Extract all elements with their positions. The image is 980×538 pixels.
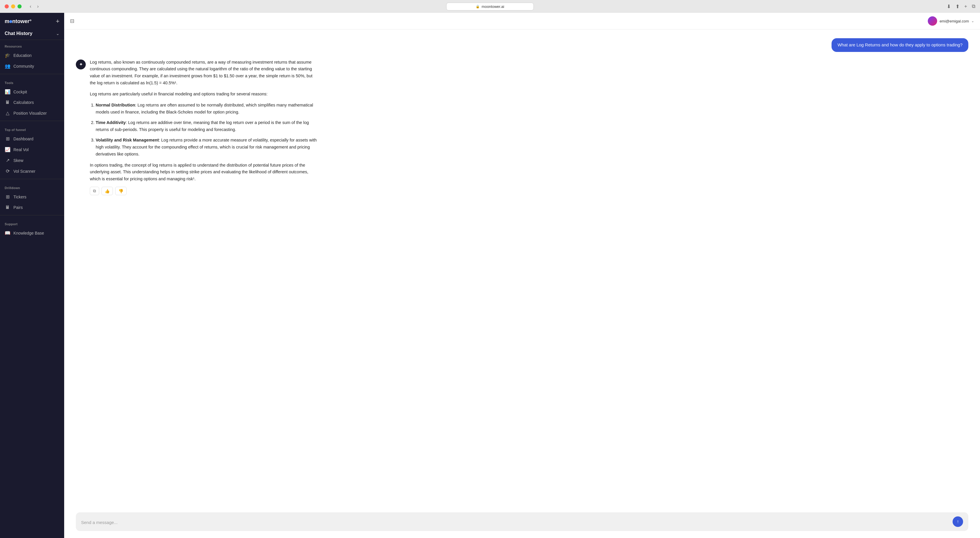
user-message-wrapper: What are Log Returns and how do they app… (76, 38, 968, 52)
thumbs-up-button[interactable]: 👍 (102, 187, 113, 195)
share-button[interactable]: ⬆ (956, 3, 959, 10)
sidebar-item-label: Real Vol (13, 147, 29, 152)
sidebar-item-cockpit[interactable]: 📊 Cockpit (0, 86, 64, 97)
divider-4 (0, 215, 64, 215)
calculators-icon: 🖩 (5, 100, 11, 105)
new-tab-button[interactable]: + (964, 3, 967, 10)
new-chat-button[interactable]: + (56, 18, 59, 25)
sidebar-item-skew[interactable]: ↗ Skew (0, 155, 64, 166)
ai-point-3-title: Volatility and Risk Management (95, 138, 159, 142)
chat-history-chevron[interactable]: ⌄ (56, 31, 59, 36)
back-button[interactable]: ‹ (29, 3, 32, 10)
divider-3 (0, 179, 64, 179)
sidebar-item-tickers[interactable]: ⊞ Tickers (0, 191, 64, 202)
cockpit-icon: 📊 (5, 89, 11, 94)
url-text: moontower.ai (482, 5, 504, 9)
ai-point-1-title: Normal Distribution (95, 103, 135, 107)
message-input[interactable] (81, 520, 949, 527)
address-bar[interactable]: 🔒 moontower.ai (446, 3, 534, 11)
user-email: emi@emigal.com (939, 19, 969, 23)
content-toolbar: ⊟ emi@emigal.com ⌄ (64, 13, 980, 29)
mac-titlebar: ‹ › 🔒 moontower.ai ⬇ ⬆ + ⧉ (0, 0, 980, 13)
input-area: ↑ (64, 508, 980, 538)
sidebar-item-calculators[interactable]: 🖩 Calculators (0, 97, 64, 108)
sidebar-item-community[interactable]: 👥 Community (0, 60, 64, 72)
ai-response-point-3: Volatility and Risk Management: Log retu… (95, 137, 317, 158)
nav-controls: ‹ › (29, 3, 40, 10)
education-icon: 🎓 (5, 53, 11, 58)
community-icon: 👥 (5, 63, 11, 69)
sidebar-item-label: Knowledge Base (13, 231, 44, 236)
sidebar-item-label: Cockpit (13, 89, 27, 94)
sidebar: mntower° + Chat History ⌄ Resources 🎓 Ed… (0, 13, 64, 538)
maximize-button[interactable] (18, 5, 22, 8)
sidebar-item-dashboard[interactable]: ⊞ Dashboard (0, 133, 64, 144)
section-label-support: Support (0, 218, 64, 228)
user-menu-chevron: ⌄ (971, 19, 974, 23)
section-label-tools: Tools (0, 76, 64, 86)
divider-1 (0, 74, 64, 74)
ai-response-intro: Log returns, also known as continuously … (90, 59, 317, 87)
chat-area: What are Log Returns and how do they app… (64, 29, 980, 508)
sidebar-item-education[interactable]: 🎓 Education (0, 50, 64, 60)
sidebar-toggle-button[interactable]: ⊟ (70, 18, 75, 24)
real-vol-icon: 📈 (5, 147, 11, 152)
section-label-drilldown: Drilldown (0, 181, 64, 191)
sidebar-item-label: Vol Scanner (13, 169, 36, 173)
send-button[interactable]: ↑ (953, 516, 963, 527)
sidebar-item-label: Education (13, 53, 32, 58)
sidebar-item-label: Calculators (13, 100, 34, 105)
tickers-icon: ⊞ (5, 194, 11, 199)
sidebar-item-label: Position Visualizer (13, 111, 47, 116)
skew-icon: ↗ (5, 158, 11, 163)
section-label-top-of-funnel: Top of funnel (0, 123, 64, 133)
ai-point-2-body: Log returns are additive over time, mean… (95, 120, 309, 132)
logo: mntower° (5, 18, 32, 24)
sidebar-item-label: Skew (13, 158, 23, 163)
position-visualizer-icon: △ (5, 110, 11, 116)
user-message: What are Log Returns and how do they app… (832, 38, 968, 52)
avatar (928, 16, 937, 25)
ai-avatar: ✦ (76, 59, 86, 70)
input-container: ↑ (76, 513, 968, 531)
forward-button[interactable]: › (36, 3, 40, 10)
sidebar-item-real-vol[interactable]: 📈 Real Vol (0, 144, 64, 155)
minimize-button[interactable] (11, 5, 15, 8)
logo-text: mntower° (5, 18, 32, 24)
sidebar-item-label: Dashboard (13, 137, 33, 141)
ai-response-bridge: Log returns are particularly useful in f… (90, 91, 317, 98)
ai-message-wrapper: ✦ Log returns, also known as continuousl… (76, 59, 968, 196)
app-container: mntower° + Chat History ⌄ Resources 🎓 Ed… (0, 13, 980, 538)
sidebar-item-position-visualizer[interactable]: △ Position Visualizer (0, 108, 64, 118)
user-avatar-section[interactable]: emi@emigal.com ⌄ (928, 16, 974, 25)
mac-right-controls: ⬇ ⬆ + ⧉ (947, 3, 975, 10)
ai-point-2-title: Time Additivity (95, 120, 126, 125)
ai-message-content: Log returns, also known as continuously … (90, 59, 317, 196)
section-label-resources: Resources (0, 40, 64, 50)
sidebar-item-label: Community (13, 64, 34, 68)
copy-button[interactable]: ⧉ (90, 187, 99, 195)
ai-response-point-1: Normal Distribution: Log returns are oft… (95, 102, 317, 116)
ai-response-point-2: Time Additivity: Log returns are additiv… (95, 119, 317, 133)
main-content: ⊟ emi@emigal.com ⌄ What are Log Returns … (64, 13, 980, 538)
vol-scanner-icon: ⟳ (5, 168, 11, 174)
sidebar-header: mntower° + (0, 13, 64, 29)
chat-history-header: Chat History ⌄ (0, 29, 64, 40)
close-button[interactable] (5, 5, 9, 8)
message-actions: ⧉ 👍 👎 (90, 187, 317, 195)
thumbs-down-button[interactable]: 👎 (115, 187, 127, 195)
lock-icon: 🔒 (476, 5, 480, 8)
ai-response-list: Normal Distribution: Log returns are oft… (90, 102, 317, 158)
sidebar-item-pairs[interactable]: 🖩 Pairs (0, 202, 64, 213)
sidebar-item-knowledge-base[interactable]: 📖 Knowledge Base (0, 228, 64, 238)
tabs-button[interactable]: ⧉ (972, 3, 975, 10)
traffic-lights (5, 5, 22, 8)
pairs-icon: 🖩 (5, 205, 11, 210)
divider-2 (0, 121, 64, 121)
sidebar-item-label: Pairs (13, 205, 23, 210)
chat-history-title: Chat History (5, 31, 32, 36)
download-button[interactable]: ⬇ (947, 3, 951, 10)
knowledge-base-icon: 📖 (5, 230, 11, 236)
dashboard-icon: ⊞ (5, 136, 11, 142)
sidebar-item-vol-scanner[interactable]: ⟳ Vol Scanner (0, 166, 64, 177)
